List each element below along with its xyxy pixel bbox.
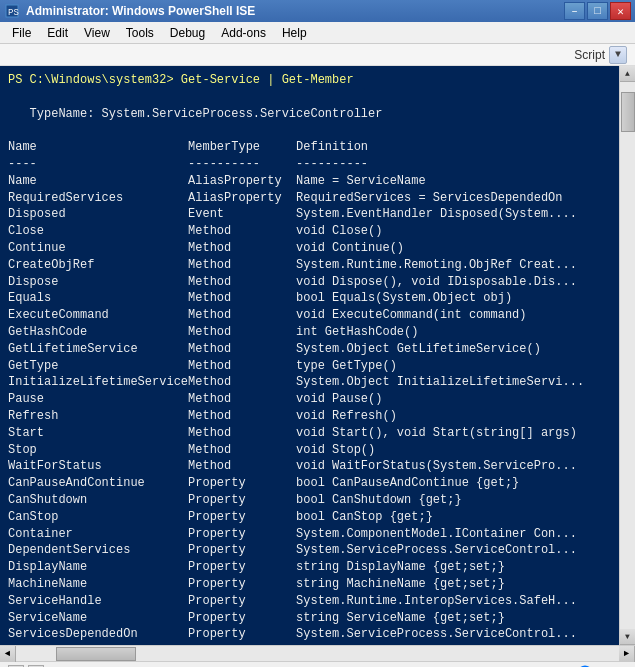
close-button[interactable]: ✕ bbox=[610, 2, 631, 20]
menu-bar: File Edit View Tools Debug Add-ons Help bbox=[0, 22, 635, 44]
main-area: PS C:\Windows\system32> Get-Service | Ge… bbox=[0, 66, 635, 645]
script-label-bar: Script ▼ bbox=[0, 44, 635, 66]
script-label: Script bbox=[574, 48, 605, 62]
menu-edit[interactable]: Edit bbox=[39, 24, 76, 42]
hscroll-thumb[interactable] bbox=[56, 647, 136, 661]
console-output[interactable]: PS C:\Windows\system32> Get-Service | Ge… bbox=[0, 66, 619, 645]
console-panel: PS C:\Windows\system32> Get-Service | Ge… bbox=[0, 66, 619, 645]
scroll-thumb[interactable] bbox=[621, 92, 635, 132]
scroll-right-button[interactable]: ► bbox=[619, 646, 635, 662]
menu-debug[interactable]: Debug bbox=[162, 24, 213, 42]
menu-help[interactable]: Help bbox=[274, 24, 315, 42]
menu-view[interactable]: View bbox=[76, 24, 118, 42]
status-bar: ◄ ► Ln 43 Col 25 100% bbox=[0, 661, 635, 667]
minimize-button[interactable]: – bbox=[564, 2, 585, 20]
title-bar: PS Administrator: Windows PowerShell ISE… bbox=[0, 0, 635, 22]
menu-tools[interactable]: Tools bbox=[118, 24, 162, 42]
menu-addons[interactable]: Add-ons bbox=[213, 24, 274, 42]
vertical-scrollbar[interactable]: ▲ ▼ bbox=[619, 66, 635, 645]
horizontal-scrollbar[interactable]: ◄ ► bbox=[0, 645, 635, 661]
scroll-up-button[interactable]: ▲ bbox=[620, 66, 635, 82]
scroll-down-button[interactable]: ▼ bbox=[620, 629, 635, 645]
svg-text:PS: PS bbox=[8, 8, 19, 18]
window-controls: – □ ✕ bbox=[564, 2, 631, 20]
app-icon: PS bbox=[4, 3, 20, 19]
scroll-track[interactable] bbox=[620, 82, 635, 629]
menu-file[interactable]: File bbox=[4, 24, 39, 42]
maximize-button[interactable]: □ bbox=[587, 2, 608, 20]
hscroll-track[interactable] bbox=[16, 646, 619, 661]
script-dropdown-button[interactable]: ▼ bbox=[609, 46, 627, 64]
scroll-left-button[interactable]: ◄ bbox=[0, 646, 16, 662]
window-title: Administrator: Windows PowerShell ISE bbox=[26, 4, 564, 18]
